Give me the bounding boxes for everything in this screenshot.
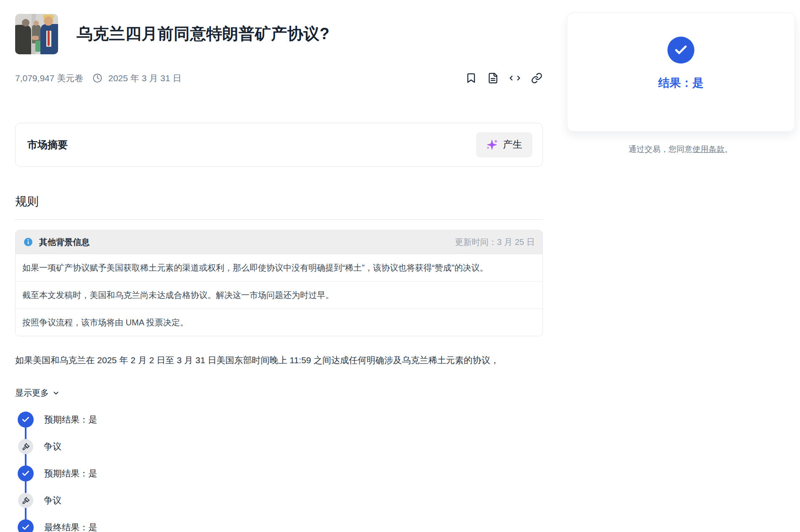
timeline-label: 争议 xyxy=(44,495,61,506)
rules-paragraph: 如果美国和乌克兰在 2025 年 2 月 2 日至 3 月 31 日美国东部时间… xyxy=(15,353,543,367)
resolution-timeline: 预期结果：是 争议 预期结果：是 争议 最终结果：是 xyxy=(15,406,543,532)
context-info-title: 其他背景信息 xyxy=(39,237,90,248)
context-item: 如果一项矿产协议赋予美国获取稀土元素的渠道或权利，那么即使协议中没有明确提到“稀… xyxy=(16,254,542,281)
context-updated-label: 更新时间：3 月 25 日 xyxy=(455,237,535,248)
context-info-header: 其他背景信息 更新时间：3 月 25 日 xyxy=(16,230,542,254)
timeline-item: 预期结果：是 xyxy=(18,406,543,433)
timeline-label: 预期结果：是 xyxy=(44,414,97,426)
market-actions xyxy=(465,72,543,85)
market-meta-row: 7,079,947 美元卷 2025 年 3 月 31 日 xyxy=(15,71,543,86)
terms-notice: 通过交易，您同意使用条款。 xyxy=(567,144,794,155)
market-meta: 7,079,947 美元卷 2025 年 3 月 31 日 xyxy=(15,72,181,84)
bookmark-icon[interactable] xyxy=(465,72,477,85)
volume-value: 7,079,947 美元卷 xyxy=(15,72,83,84)
check-icon xyxy=(18,466,34,481)
check-icon xyxy=(18,412,34,428)
page-title: 乌克兰四月前同意特朗普矿产协议? xyxy=(77,23,330,45)
terms-of-use-link[interactable]: 使用条款 xyxy=(693,145,725,154)
timeline-item: 争议 xyxy=(18,433,543,460)
rules-divider xyxy=(15,219,543,220)
gavel-icon xyxy=(18,439,33,454)
timeline-item: 预期结果：是 xyxy=(18,460,543,487)
terms-text-after: 。 xyxy=(725,145,733,154)
timeline-label: 争议 xyxy=(44,441,61,452)
info-icon xyxy=(23,237,33,247)
context-info-box: 其他背景信息 更新时间：3 月 25 日 如果一项矿产协议赋予美国获取稀土元素的… xyxy=(15,230,543,336)
terms-text-before: 通过交易，您同意 xyxy=(629,145,693,154)
timeline-label: 最终结果：是 xyxy=(44,521,97,532)
copy-link-icon[interactable] xyxy=(530,72,543,85)
market-summary-title: 市场摘要 xyxy=(27,138,68,152)
generate-summary-button[interactable]: 产生 xyxy=(476,132,532,157)
document-icon[interactable] xyxy=(486,72,499,85)
gavel-icon xyxy=(18,493,33,508)
context-item: 截至本文发稿时，美国和乌克兰尚未达成合格协议。解决这一市场问题还为时过早。 xyxy=(16,281,542,309)
market-header: 乌克兰四月前同意特朗普矿产协议? xyxy=(15,13,543,56)
timeline-item: 争议 xyxy=(18,487,543,514)
result-label: 结果：是 xyxy=(658,75,704,90)
timeline-label: 预期结果：是 xyxy=(44,468,97,479)
sparkles-icon xyxy=(486,139,498,151)
context-item: 按照争议流程，该市场将由 UMA 投票决定。 xyxy=(16,309,542,336)
market-thumbnail-image xyxy=(15,14,58,54)
end-date: 2025 年 3 月 31 日 xyxy=(108,72,181,84)
check-icon xyxy=(18,519,34,532)
clock-icon xyxy=(93,73,102,83)
market-page-main: 乌克兰四月前同意特朗普矿产协议? 7,079,947 美元卷 2025 年 3 … xyxy=(15,13,543,532)
chevron-down-icon xyxy=(52,389,60,397)
result-card: 结果：是 xyxy=(567,13,795,132)
embed-code-icon[interactable] xyxy=(508,72,521,85)
timeline-item: 最终结果：是 xyxy=(18,514,543,532)
show-more-label: 显示更多 xyxy=(15,387,49,399)
rules-heading: 规则 xyxy=(15,194,543,210)
show-more-button[interactable]: 显示更多 xyxy=(15,387,60,399)
result-check-icon xyxy=(667,37,694,64)
generate-button-label: 产生 xyxy=(503,138,522,151)
market-summary-box: 市场摘要 产生 xyxy=(15,123,543,167)
